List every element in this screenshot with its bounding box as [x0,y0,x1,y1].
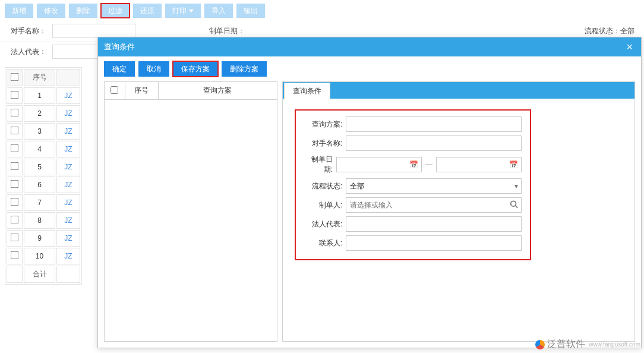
bg-table-header-seq: 序号 [24,69,55,86]
close-icon[interactable]: × [624,43,635,51]
row-seq: 7 [24,194,55,211]
table-row: 10JZ [7,248,80,264]
row-seq: 9 [24,230,55,247]
row-code-link[interactable]: JZ [56,123,80,140]
row-code-link[interactable]: JZ [56,230,80,247]
edit-button[interactable]: 修改 [37,4,65,18]
row-seq: 10 [24,248,55,264]
table-row: 4JZ [7,141,80,157]
tab-query-condition[interactable]: 查询条件 [284,83,330,99]
restore-button[interactable]: 还原 [133,4,162,18]
top-toolbar: 新增 修改 删除 过滤 还原 打印 导入 输出 [0,0,644,21]
flowstatus-label: 流程状态: [304,181,342,191]
table-row: 5JZ [7,159,80,175]
save-plan-button[interactable]: 保存方案 [173,61,218,77]
cancel-button[interactable]: 取消 [138,61,169,77]
filter-button[interactable]: 过滤 [101,4,130,18]
table-row: 2JZ [7,105,80,122]
row-checkbox[interactable] [11,251,19,260]
contact-label: 联系人: [304,238,342,248]
row-seq: 8 [24,212,55,229]
bg-legalrep-label: 法人代表： [5,47,46,57]
billdate-label: 制单日期: [304,155,333,175]
counterparty-label: 对手名称: [304,138,342,149]
export-button[interactable]: 输出 [236,4,265,18]
modal-toolbar: 确定 取消 保存方案 删除方案 [98,56,641,81]
delete-button[interactable]: 删除 [69,4,97,18]
plan-list-panel: 序号 查询方案 [104,81,277,342]
row-seq: 3 [24,123,55,140]
table-row: 1JZ [7,87,80,104]
legalrep-label: 法人代表: [304,219,342,229]
row-code-link[interactable]: JZ [56,248,80,264]
row-code-link[interactable]: JZ [56,159,80,175]
row-seq: 1 [24,87,55,104]
modal-header: 查询条件 × [98,37,641,56]
row-checkbox[interactable] [11,109,19,117]
row-seq: 4 [24,141,55,157]
bg-billdate-label: 制单日期： [209,26,245,36]
bg-table-header-checkbox [7,69,23,86]
plan-label: 查询方案: [304,119,342,130]
row-checkbox[interactable] [11,234,19,242]
bg-counterparty-input[interactable] [52,24,135,38]
import-button[interactable]: 导入 [204,4,233,18]
print-button[interactable]: 打印 [165,4,201,18]
counterparty-input[interactable] [346,135,522,151]
legalrep-input[interactable] [346,216,522,232]
table-row: 6JZ [7,176,80,193]
plan-header-seq: 序号 [125,82,158,100]
delete-plan-button[interactable]: 删除方案 [222,61,267,77]
plan-header-plan: 查询方案 [158,82,277,100]
bg-table-total-label: 合计 [24,266,55,283]
row-checkbox[interactable] [11,91,19,99]
contact-input[interactable] [346,235,522,251]
ok-button[interactable]: 确定 [104,61,135,77]
condition-panel: 查询条件 查询方案: 对手名称: 制单日期: [282,81,635,342]
row-checkbox[interactable] [11,162,19,171]
plan-select-all-checkbox[interactable] [111,86,118,94]
condition-tabbar: 查询条件 [283,82,634,99]
row-checkbox[interactable] [11,127,19,135]
row-seq: 6 [24,176,55,193]
row-seq: 5 [24,159,55,175]
bg-table: 序号 1JZ2JZ3JZ4JZ5JZ6JZ7JZ8JZ9JZ10JZ 合计 [5,67,82,285]
row-checkbox[interactable] [11,198,19,206]
row-code-link[interactable]: JZ [56,141,80,157]
modal-body: 序号 查询方案 查询条件 查询方案: 对手名称: [98,81,641,348]
maker-label: 制单人: [304,200,342,210]
maker-input[interactable] [346,197,522,213]
table-row: 8JZ [7,212,80,229]
row-code-link[interactable]: JZ [56,176,80,193]
condition-form: 查询方案: 对手名称: 制单日期: 📅 — 📅 [283,99,634,271]
table-row: 7JZ [7,194,80,211]
row-code-link[interactable]: JZ [56,212,80,229]
table-row: 9JZ [7,230,80,247]
bg-table-body: 1JZ2JZ3JZ4JZ5JZ6JZ7JZ8JZ9JZ10JZ [7,87,80,264]
row-checkbox[interactable] [11,144,19,153]
row-checkbox[interactable] [11,180,19,188]
billdate-from-input[interactable] [336,157,422,172]
row-seq: 2 [24,105,55,122]
table-row: 3JZ [7,123,80,140]
new-button[interactable]: 新增 [5,4,33,18]
bg-flowstatus-label: 流程状态：全部 [585,26,634,36]
row-code-link[interactable]: JZ [56,87,80,104]
bg-counterparty-label: 对手名称： [5,26,46,36]
row-code-link[interactable]: JZ [56,105,80,122]
modal-title: 查询条件 [104,42,135,52]
row-checkbox[interactable] [11,216,19,224]
flowstatus-select[interactable] [346,178,522,194]
billdate-to-input[interactable] [436,157,522,172]
plan-header-checkbox [105,82,125,100]
bg-select-all-checkbox[interactable] [11,73,19,81]
date-separator: — [425,160,433,169]
plan-input[interactable] [346,116,522,132]
condition-form-highlight: 查询方案: 对手名称: 制单日期: 📅 — 📅 [295,109,531,260]
query-modal: 查询条件 × 确定 取消 保存方案 删除方案 序号 查询方案 查询条件 [97,37,642,348]
row-code-link[interactable]: JZ [56,194,80,211]
